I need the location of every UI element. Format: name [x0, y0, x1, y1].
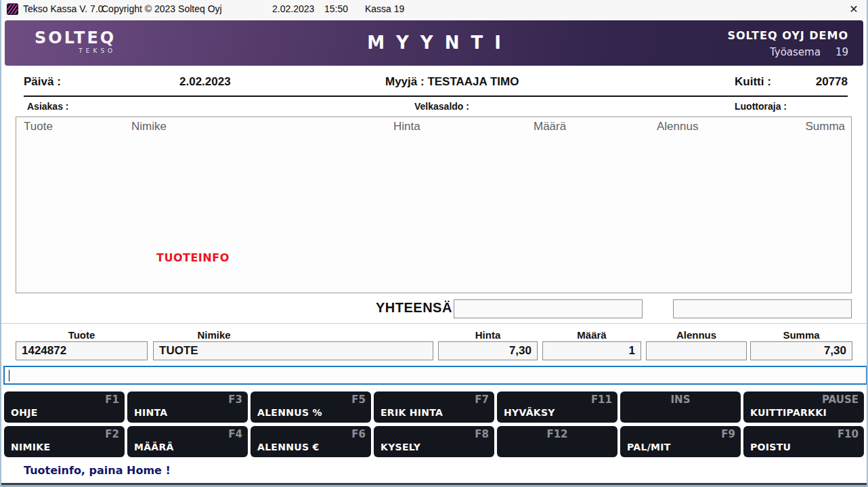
- workstation-info: Työasema19: [727, 46, 848, 58]
- entry-label-maara: Määrä: [542, 329, 641, 341]
- sale-lines-table: Tuote Nimike Hinta Määrä Alennus Summa T…: [16, 117, 852, 293]
- total-label: YHTEENSÄ: [376, 300, 452, 316]
- product-name-field[interactable]: TUOTE: [153, 341, 433, 360]
- total-secondary-field: [673, 299, 852, 318]
- column-header-hinta: Hinta: [393, 120, 420, 133]
- status-bar: Tuoteinfo, paina Home !: [3, 460, 865, 482]
- product-info-alert: TUOTEINFO: [156, 251, 230, 264]
- text-cursor: [9, 370, 9, 381]
- copyright-text: Copyright © 2023 Solteq Oyj: [102, 3, 222, 14]
- app-header: SOLTEQ TEKSO MYYNTI SOLTEQ OYJ DEMO Työa…: [5, 20, 863, 66]
- maara-button[interactable]: MÄÄRÄ F4: [127, 426, 248, 457]
- poistu-button[interactable]: POISTU F10: [743, 426, 864, 457]
- page-title: MYYNTI: [355, 33, 513, 53]
- app-title: Tekso Kassa V. 7.0: [23, 3, 104, 14]
- entry-label-tuote: Tuote: [16, 329, 148, 341]
- alennus-percent-button[interactable]: ALENNUS % F5: [251, 391, 371, 423]
- entry-label-hinta: Hinta: [438, 329, 538, 341]
- total-amount-field: [454, 299, 643, 318]
- product-code-field[interactable]: 1424872: [16, 341, 148, 360]
- function-key-row-2: NIMIKE F2 MÄÄRÄ F4 ALENNUS € F6 KYSELY F…: [4, 426, 864, 457]
- function-key-row-1: OHJE F1 HINTA F3 ALENNUS % F5 ERIK HINTA…: [4, 391, 864, 423]
- nimike-button[interactable]: NIMIKE F2: [4, 426, 125, 457]
- register-number: Kassa 19: [365, 3, 404, 14]
- pal-mit-button[interactable]: PAL/MIT F9: [620, 426, 741, 457]
- customer-info-row: Asiakas : Velkasaldo : Luottoraja :: [1, 101, 867, 112]
- date-label: Päivä :: [24, 75, 61, 89]
- app-logo-icon: [7, 3, 18, 15]
- workstation-value: 19: [836, 46, 848, 58]
- column-header-maara: Määrä: [534, 120, 566, 133]
- kuittiparkki-button[interactable]: KUITTIPARKKI PAUSE: [743, 391, 864, 423]
- f12-button[interactable]: F12: [497, 426, 617, 457]
- column-header-nimike: Nimike: [131, 120, 167, 133]
- column-header-summa: Summa: [805, 120, 845, 133]
- receipt-label: Kuitti :: [735, 75, 771, 89]
- column-header-tuote: Tuote: [24, 120, 53, 133]
- receipt-number: 20778: [816, 75, 848, 89]
- erik-hinta-button[interactable]: ERIK HINTA F7: [374, 391, 494, 423]
- quantity-field[interactable]: 1: [542, 341, 641, 360]
- receipt-info: Kuitti : 20778: [735, 75, 848, 89]
- section-divider: [1, 323, 867, 324]
- logo-primary-text: SOLTEQ: [35, 29, 116, 47]
- solteq-logo: SOLTEQ TEKSO: [35, 29, 116, 54]
- divider-line: [24, 96, 848, 97]
- column-header-alennus: Alennus: [657, 120, 698, 133]
- workstation-label: Työasema: [770, 46, 821, 58]
- close-icon[interactable]: ✕: [846, 2, 861, 17]
- customer-label: Asiakas :: [27, 101, 68, 112]
- entry-label-alennus: Alennus: [646, 329, 747, 341]
- kysely-button[interactable]: KYSELY F8: [374, 426, 494, 457]
- debt-balance-label: Velkasaldo :: [414, 101, 469, 112]
- discount-field[interactable]: [646, 341, 747, 360]
- hinta-button[interactable]: HINTA F3: [127, 391, 248, 423]
- entry-label-nimike: Nimike: [153, 329, 275, 341]
- seller-info: Myyjä : TESTAAJA TIMO: [385, 75, 519, 89]
- price-field[interactable]: 7,30: [438, 341, 538, 360]
- receipt-info-row: Päivä : 2.02.2023 Myyjä : TESTAAJA TIMO …: [1, 75, 867, 91]
- ins-button[interactable]: INS: [620, 391, 741, 423]
- entry-label-summa: Summa: [750, 329, 852, 341]
- logo-secondary-text: TEKSO: [35, 47, 116, 54]
- seller-label: Myyjä :: [385, 75, 425, 88]
- company-name: SOLTEQ OYJ DEMO: [727, 29, 848, 42]
- window-titlebar[interactable]: Tekso Kassa V. 7.0 Copyright © 2023 Solt…: [1, 0, 867, 19]
- titlebar-time: 15:50: [324, 3, 348, 14]
- seller-value: TESTAAJA TIMO: [427, 75, 519, 88]
- command-input[interactable]: [3, 366, 867, 385]
- status-message: Tuoteinfo, paina Home !: [24, 464, 171, 477]
- credit-limit-label: Luottoraja :: [735, 101, 787, 112]
- date-value: 2.02.2023: [179, 75, 231, 89]
- titlebar-date: 2.02.2023: [272, 3, 314, 14]
- alennus-euro-button[interactable]: ALENNUS € F6: [251, 426, 371, 457]
- ohje-button[interactable]: OHJE F1: [4, 391, 125, 423]
- line-total-field[interactable]: 7,30: [750, 341, 852, 360]
- hyvaksy-button[interactable]: HYVÄKSY F11: [497, 391, 617, 423]
